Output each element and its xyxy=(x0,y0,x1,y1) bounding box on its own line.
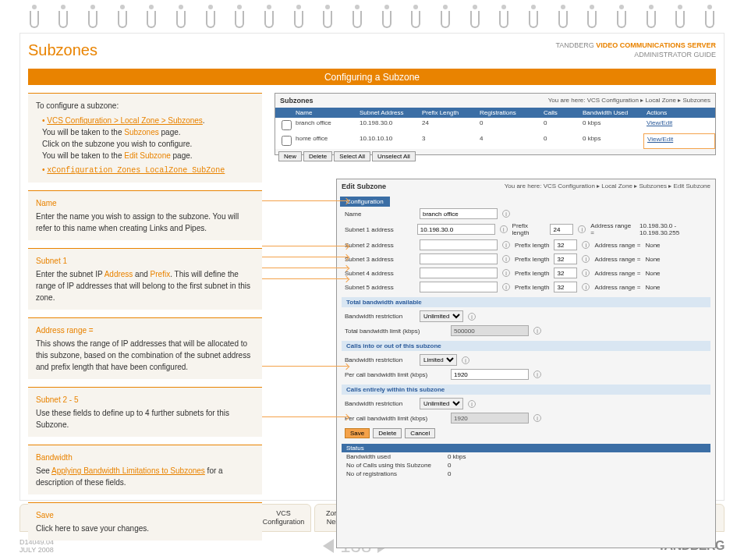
link-xconfiguration[interactable]: xConfiguration Zones LocalZone SubZone xyxy=(47,166,225,175)
callout-line xyxy=(262,278,348,279)
right-column: SubzonesYou are here: VCS Configuration … xyxy=(270,93,716,548)
card-name: Name Enter the name you wish to assign t… xyxy=(28,190,262,240)
info-icon[interactable]: i xyxy=(582,241,590,249)
info-icon[interactable]: i xyxy=(500,225,508,233)
callout-line xyxy=(262,246,348,246)
page-body: Subzones TANDBERG VIDEO COMMUNICATIONS S… xyxy=(19,33,725,501)
card-address-range: Address range = This shows the range of … xyxy=(28,317,262,379)
info-icon[interactable]: i xyxy=(502,210,510,218)
info-icon[interactable]: i xyxy=(582,255,590,263)
section-calls-within: Calls entirely within this subzone xyxy=(342,385,710,395)
callout-line xyxy=(262,366,348,367)
info-icon[interactable]: i xyxy=(578,225,586,233)
page-title-row: Subzones TANDBERG VIDEO COMMUNICATIONS S… xyxy=(20,34,724,64)
screenshot-edit-subzone: Edit SubzoneYou are here: VCS Configurat… xyxy=(336,179,716,548)
screenshot-subzones-list: SubzonesYou are here: VCS Configuration … xyxy=(275,93,716,155)
bw-restriction-select[interactable]: Unlimited xyxy=(420,310,463,322)
row-checkbox[interactable] xyxy=(282,120,292,130)
view-edit-link[interactable]: View/Edit xyxy=(643,118,715,133)
info-icon[interactable]: i xyxy=(468,313,476,321)
info-icon[interactable]: i xyxy=(502,255,510,263)
callout-line xyxy=(262,200,348,201)
subnet1-input[interactable] xyxy=(417,224,495,235)
delete-button[interactable]: Delete xyxy=(303,151,332,161)
left-column: To configure a subzone: • VCS Configurat… xyxy=(28,93,262,548)
section-total-bw: Total bandwidth available xyxy=(342,297,710,307)
section-calls-inout: Calls into or out of this subzone xyxy=(342,341,710,351)
subnet3-input[interactable] xyxy=(420,253,498,264)
subnet2-input[interactable] xyxy=(420,239,498,250)
card-subnet25: Subnet 2 - 5 Use these fields to define … xyxy=(28,387,262,437)
prefix-input[interactable] xyxy=(554,253,577,264)
row-checkbox[interactable] xyxy=(282,136,292,146)
card-bandwidth: Bandwidth See Applying Bandwidth Limitat… xyxy=(28,445,262,494)
callout-line xyxy=(262,416,348,417)
info-icon[interactable]: i xyxy=(533,327,541,335)
prefix-input[interactable] xyxy=(550,224,573,235)
bw-restriction-select[interactable]: Limited xyxy=(420,354,457,366)
prefix-input[interactable] xyxy=(554,239,577,250)
name-input[interactable] xyxy=(420,208,498,219)
card-subnet1: Subnet 1 Enter the subnet IP Address and… xyxy=(28,248,262,310)
info-icon[interactable]: i xyxy=(502,269,510,277)
new-button[interactable]: New xyxy=(278,151,302,161)
info-icon[interactable]: i xyxy=(582,283,590,291)
info-icon[interactable]: i xyxy=(502,241,510,249)
link-bandwidth-limitations[interactable]: Applying Bandwidth Limitations to Subzon… xyxy=(51,466,205,475)
table-header: NameSubnet AddressPrefix LengthRegistrat… xyxy=(275,108,715,118)
view-edit-link[interactable]: View/Edit xyxy=(643,133,715,149)
spiral-binding xyxy=(0,0,744,33)
info-icon[interactable]: i xyxy=(582,269,590,277)
info-icon[interactable]: i xyxy=(468,400,476,408)
card-save: Save Click here to save your changes. xyxy=(28,502,262,541)
per-call-limit-input[interactable] xyxy=(451,369,529,380)
info-icon[interactable]: i xyxy=(533,370,541,378)
table-row: branch office10.198.30.024000 kbpsView/E… xyxy=(275,118,715,133)
section-bar: Configuring a Subzone xyxy=(28,69,716,85)
per-call-limit-input xyxy=(451,413,529,424)
bw-limit-input xyxy=(451,325,529,336)
link-vcs-path[interactable]: VCS Configuration > Local Zone > Subzone… xyxy=(47,116,203,125)
unselect-all-button[interactable]: Unselect All xyxy=(372,151,416,161)
subnet4-input[interactable] xyxy=(420,268,498,278)
callout-line xyxy=(262,257,348,257)
intro-box: To configure a subzone: • VCS Configurat… xyxy=(28,93,262,183)
header-right: TANDBERG VIDEO COMMUNICATIONS SERVER ADM… xyxy=(555,41,716,59)
page-title: Subzones xyxy=(28,41,97,59)
prefix-input[interactable] xyxy=(554,282,577,292)
subnet5-input[interactable] xyxy=(420,282,498,292)
bw-restriction-select[interactable]: Unlimited xyxy=(420,398,463,409)
select-all-button[interactable]: Select All xyxy=(334,151,370,161)
info-icon[interactable]: i xyxy=(533,414,541,422)
table-row: home office10.10.10.103400 kbpsView/Edit xyxy=(275,133,715,149)
callout-line xyxy=(262,268,348,268)
info-icon[interactable]: i xyxy=(462,356,469,364)
delete-button[interactable]: Delete xyxy=(373,428,402,438)
content-area: To configure a subzone: • VCS Configurat… xyxy=(20,85,724,556)
cancel-button[interactable]: Cancel xyxy=(405,428,435,438)
status-bar: Status xyxy=(342,444,710,452)
prefix-input[interactable] xyxy=(554,268,577,278)
save-button[interactable]: Save xyxy=(345,428,370,438)
info-icon[interactable]: i xyxy=(502,283,510,291)
